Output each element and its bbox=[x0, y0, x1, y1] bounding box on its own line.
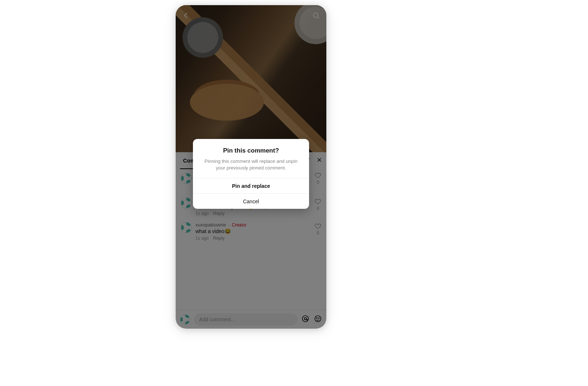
modal-description: Pinning this comment will replace and un… bbox=[200, 158, 302, 171]
pin-comment-modal: Pin this comment? Pinning this comment w… bbox=[193, 139, 309, 209]
pin-and-replace-button[interactable]: Pin and replace bbox=[193, 178, 309, 193]
cancel-button[interactable]: Cancel bbox=[193, 193, 309, 209]
phone-frame: Comments 3 xuxopatisserie · bbox=[176, 5, 326, 329]
modal-title: Pin this comment? bbox=[200, 147, 302, 154]
